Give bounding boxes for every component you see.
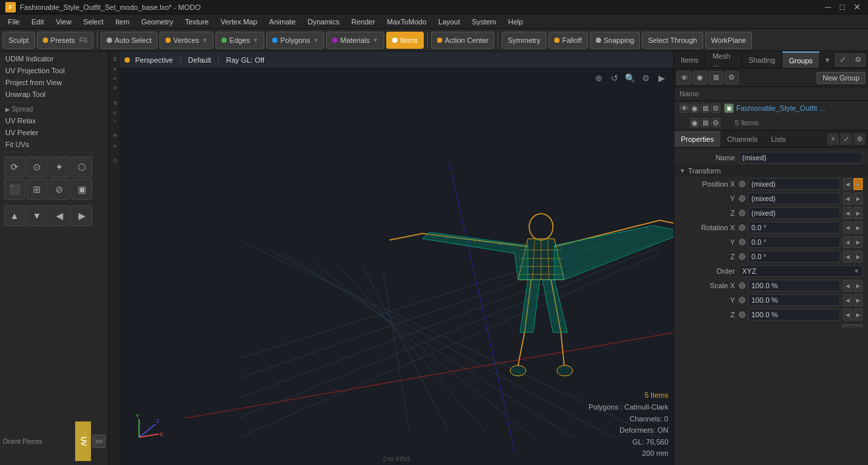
viewport-icon-settings[interactable]: ⚙ (639, 71, 652, 84)
props-tab-channels[interactable]: Channels (720, 131, 764, 147)
rt-lock-btn[interactable]: ⊠ (709, 71, 723, 84)
name-prop-value[interactable]: (mixed) (739, 152, 863, 164)
rot-x-left-btn[interactable]: ◀ (843, 222, 852, 233)
pos-z-right-btn[interactable]: ▶ (854, 207, 863, 219)
props-add-btn[interactable]: + (827, 133, 839, 145)
viewport-icon-arrows[interactable]: ⊕ (592, 71, 605, 84)
action-center-button[interactable]: Action Center (431, 32, 495, 49)
item2-eye-3[interactable]: ⊠ (701, 118, 710, 127)
edges-button[interactable]: Edges ▼ (216, 32, 264, 49)
rotation-z-value[interactable]: 0.0 ° (748, 251, 840, 263)
sculpt-button[interactable]: Sculpt (3, 32, 35, 49)
scale-y-left-btn[interactable]: ◀ (843, 294, 852, 306)
viewport-icon-refresh[interactable]: ↺ (608, 71, 621, 84)
position-z-value[interactable]: (mixed) (748, 207, 840, 219)
tool-arrow-up[interactable]: ▲ (4, 205, 25, 226)
pos-z-left-btn[interactable]: ◀ (843, 207, 852, 219)
tool-icon-sphere[interactable]: ⊘ (49, 179, 70, 200)
tab-more[interactable]: ▼ (820, 51, 835, 68)
falloff-button[interactable]: Falloff (548, 32, 588, 49)
menu-item[interactable]: Item (110, 16, 134, 27)
menu-animate[interactable]: Animate (264, 16, 301, 27)
tool-unwrap[interactable]: Unwrap Tool (1, 88, 107, 100)
props-expand-btn[interactable]: ⤢ (840, 133, 852, 145)
props-more-btn[interactable]: >> (842, 325, 863, 328)
menu-max-to-modo[interactable]: MaxToModo (382, 16, 432, 27)
menu-texture[interactable]: Texture (180, 16, 214, 27)
side-tab-9[interactable]: d (109, 142, 119, 150)
viewport-canvas[interactable]: ⊕ ↺ 🔍 ⚙ ▶ 5 Items Polygons : Catmull-Cla… (119, 69, 674, 465)
tool-icon-move[interactable]: ⟳ (4, 156, 25, 177)
order-select[interactable]: XYZ ▼ (739, 265, 863, 277)
rt-render-btn[interactable]: ◉ (693, 71, 707, 84)
menu-file[interactable]: File (3, 16, 25, 27)
window-controls[interactable]: ─ □ ✕ (822, 1, 863, 13)
rotation-x-value[interactable]: 0.0 ° (748, 222, 840, 233)
rot-z-right-btn[interactable]: ▶ (854, 251, 863, 263)
tool-icon-cylinder[interactable]: ▣ (71, 179, 92, 200)
tool-arrow-left[interactable]: ◀ (49, 205, 70, 226)
rot-y-left-btn[interactable]: ◀ (843, 236, 852, 248)
side-tab-3[interactable]: s (109, 75, 119, 82)
item2-eye-2[interactable]: ◉ (690, 118, 699, 127)
tool-icon-rotate[interactable]: ⊙ (26, 156, 47, 177)
auto-select-button[interactable]: Auto Select (101, 32, 158, 49)
menu-select[interactable]: Select (78, 16, 109, 27)
materials-button[interactable]: Materials ▼ (326, 32, 384, 49)
item-eye-3[interactable]: ⊠ (701, 104, 710, 113)
scale-z-left-btn[interactable]: ◀ (843, 309, 852, 321)
polygons-button[interactable]: Polygons ▼ (266, 32, 324, 49)
item2-eye-4[interactable]: ⚙ (711, 118, 720, 127)
expand-button[interactable]: >> (92, 435, 105, 448)
scale-y-value[interactable]: 100.0 % (748, 294, 840, 306)
position-y-value[interactable]: (mixed) (748, 193, 840, 204)
close-button[interactable]: ✕ (851, 1, 863, 13)
tab-shading[interactable]: Shading (742, 51, 782, 68)
tool-arrow-down[interactable]: ▼ (26, 205, 47, 226)
menu-layout[interactable]: Layout (433, 16, 465, 27)
item-eye-2[interactable]: ◉ (690, 104, 699, 113)
scale-x-left-btn[interactable]: ◀ (843, 280, 852, 292)
scale-x-right-btn[interactable]: ▶ (854, 280, 863, 292)
position-x-value[interactable]: (mixed) (748, 178, 840, 190)
props-tab-properties[interactable]: Properties (674, 131, 720, 147)
tool-udim-indicator[interactable]: UDIM Indicator (1, 53, 107, 65)
side-tab-1[interactable]: M (109, 54, 119, 64)
tool-fit-uvs[interactable]: Fit UVs (1, 139, 107, 150)
symmetry-button[interactable]: Symmetry (502, 32, 546, 49)
viewport-icon-zoom[interactable]: 🔍 (623, 71, 637, 84)
rot-z-left-btn[interactable]: ◀ (843, 251, 852, 263)
side-tab-4[interactable]: h (109, 84, 119, 92)
menu-geometry[interactable]: Geometry (136, 16, 178, 27)
tool-uv-relax[interactable]: UV Relax (1, 115, 107, 127)
scale-z-value[interactable]: 100.0 % (748, 309, 840, 321)
pos-x-left-btn[interactable]: ◀ (843, 178, 852, 190)
pos-x-right-btn[interactable]: ▶ (854, 178, 863, 190)
tool-icon-plane[interactable]: ⬛ (4, 179, 25, 200)
workplane-button[interactable]: WorkPlane (705, 32, 753, 49)
select-through-button[interactable]: Select Through (642, 32, 703, 49)
pos-y-left-btn[interactable]: ◀ (843, 193, 852, 204)
right-panel-settings[interactable]: ⚙ (851, 53, 865, 67)
viewport-icon-expand[interactable]: ▶ (655, 71, 668, 84)
tab-items[interactable]: Items (674, 51, 706, 68)
tool-project-from-view[interactable]: Project from View (1, 77, 107, 88)
tool-arrow-right[interactable]: ▶ (71, 205, 92, 226)
scale-x-value[interactable]: 100.0 % (748, 280, 840, 292)
menu-dynamics[interactable]: Dynamics (303, 16, 345, 27)
side-tab-10[interactable]: C (109, 156, 119, 166)
rot-y-right-btn[interactable]: ▶ (854, 236, 863, 248)
scale-z-right-btn[interactable]: ▶ (854, 309, 863, 321)
rot-x-right-btn[interactable]: ▶ (854, 222, 863, 233)
rotation-y-value[interactable]: 0.0 ° (748, 236, 840, 248)
snapping-button[interactable]: Snapping (590, 32, 641, 49)
scale-y-right-btn[interactable]: ▶ (854, 294, 863, 306)
menu-edit[interactable]: Edit (26, 16, 49, 27)
items-button[interactable]: Items (386, 32, 424, 49)
tool-icon-scale[interactable]: ✦ (49, 156, 70, 177)
minimize-button[interactable]: ─ (822, 1, 834, 13)
side-tab-7[interactable]: l (109, 118, 119, 125)
tree-item-outfit[interactable]: 👁 ◉ ⊠ ⚙ ▣ Fashionable_Style_Outfit ... (674, 101, 868, 115)
menu-vertex-map[interactable]: Vertex Map (216, 16, 263, 27)
tool-icon-grid[interactable]: ⊞ (26, 179, 47, 200)
